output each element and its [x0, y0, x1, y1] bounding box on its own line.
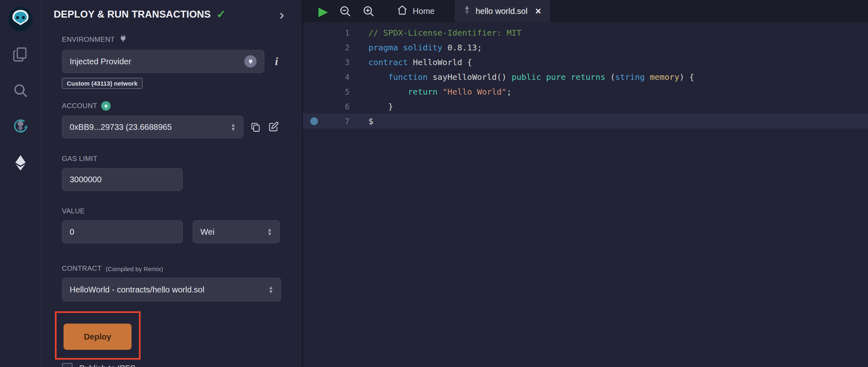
tab-file-label: hello world.sol [475, 7, 527, 16]
line-number: 1 [303, 28, 368, 37]
code-token: // SPDX-License-Identifier: MIT [368, 28, 521, 38]
code-row[interactable]: 7$ [303, 114, 868, 129]
value-label: VALUE [62, 207, 283, 215]
gutter[interactable]: 2 [303, 40, 368, 55]
code-line: contract HelloWorld { [368, 55, 472, 70]
value-label-text: VALUE [62, 207, 85, 215]
code-token: return [408, 87, 442, 97]
code-token: $ [368, 116, 373, 126]
gutter[interactable]: 6 [303, 99, 368, 114]
code-token: sayHelloWorld() [433, 72, 512, 82]
stepper-icon[interactable]: ▲ ▼ [231, 123, 236, 131]
contract-select[interactable]: HelloWorld - contracts/hello world.sol ▲… [62, 278, 281, 301]
code-token: ( [605, 72, 615, 82]
code-row[interactable]: 4 function sayHelloWorld() public pure r… [303, 70, 868, 84]
remix-logo[interactable] [7, 6, 34, 33]
line-number: 3 [303, 58, 368, 67]
provider-circle-icon [244, 55, 257, 68]
gutter[interactable]: 4 [303, 70, 368, 84]
value-row: 0 Wei ▲ ▼ [62, 220, 283, 243]
code-token [368, 72, 388, 82]
file-explorer-icon[interactable] [11, 45, 30, 64]
code-line: function sayHelloWorld() public pure ret… [368, 70, 694, 84]
plug-icon [119, 34, 127, 45]
code-lines: 1// SPDX-License-Identifier: MIT2pragma … [303, 25, 868, 129]
account-select[interactable]: 0xBB9...29733 (23.6688965 ▲ ▼ [62, 116, 243, 138]
code-row[interactable]: 2pragma solidity 0.8.13; [303, 40, 868, 55]
account-label-text: ACCOUNT [62, 102, 97, 110]
network-badge: Custom (43113) network [62, 78, 143, 89]
copy-account-button[interactable] [250, 122, 261, 133]
home-icon [397, 5, 408, 18]
code-row[interactable]: 1// SPDX-License-Identifier: MIT [303, 25, 868, 40]
publish-checkbox[interactable] [62, 363, 73, 367]
code-token: public pure returns [511, 72, 605, 82]
run-script-icon[interactable]: ▶ [313, 0, 334, 22]
chevron-right-icon[interactable]: › [279, 10, 284, 18]
code-line: // SPDX-License-Identifier: MIT [368, 25, 521, 40]
code-line: pragma solidity 0.8.13; [368, 40, 482, 55]
contract-value: HelloWorld - contracts/hello world.sol [70, 285, 265, 295]
code-line: return "Hello World"; [368, 84, 511, 99]
icon-rail [0, 0, 41, 367]
value-amount: 0 [70, 227, 74, 237]
deploy-button[interactable]: Deploy [64, 324, 132, 350]
publish-label: Publish to IPFS [79, 364, 136, 367]
stepper-icon[interactable]: ▲ ▼ [267, 228, 272, 236]
code-row[interactable]: 6 } [303, 99, 868, 114]
code-token: HelloWorld { [413, 57, 472, 67]
tab-home-label: Home [413, 7, 434, 16]
environment-row: Injected Provider i [62, 50, 283, 73]
tab-home[interactable]: Home [388, 0, 443, 22]
environment-label: ENVIRONMENT [62, 34, 283, 45]
line-number: 2 [303, 43, 368, 52]
environment-label-text: ENVIRONMENT [62, 36, 115, 44]
code-token: } [368, 102, 393, 111]
gutter[interactable]: 1 [303, 25, 368, 40]
contract-sublabel: (Compiled by Remix) [106, 265, 163, 272]
solidity-compiler-icon[interactable] [11, 117, 30, 136]
panel-title: DEPLOY & RUN TRANSACTIONS [54, 9, 211, 20]
value-unit-select[interactable]: Wei ▲ ▼ [193, 220, 280, 243]
account-value: 0xBB9...29733 (23.6688965 [70, 122, 227, 132]
panel-body: ENVIRONMENT Injected Provider [41, 34, 302, 367]
environment-select[interactable]: Injected Provider [62, 50, 264, 73]
account-label: ACCOUNT + [62, 101, 283, 111]
arrow-down-icon: ▼ [268, 290, 273, 294]
deploy-run-panel: DEPLOY & RUN TRANSACTIONS ✓ › ENVIRONMEN… [41, 0, 303, 367]
edit-account-button[interactable] [268, 121, 279, 133]
search-icon[interactable] [11, 81, 30, 100]
contract-label: CONTRACT (Compiled by Remix) [62, 265, 283, 273]
code-token: ) { [679, 72, 694, 82]
close-tab-icon[interactable]: ✕ [535, 7, 541, 16]
add-account-icon[interactable]: + [101, 101, 111, 111]
stepper-icon[interactable]: ▲ ▼ [268, 285, 273, 294]
code-editor[interactable]: 1// SPDX-License-Identifier: MIT2pragma … [303, 22, 868, 367]
contract-label-text: CONTRACT [62, 265, 102, 273]
zoom-in-icon[interactable] [357, 0, 380, 22]
gas-limit-input[interactable]: 3000000 [62, 168, 183, 191]
environment-value: Injected Provider [70, 57, 240, 66]
code-row[interactable]: 5 return "Hello World"; [303, 84, 868, 99]
line-number: 6 [303, 102, 368, 111]
gas-limit-label: GAS LIMIT [62, 155, 283, 163]
code-token: memory [650, 72, 679, 82]
gutter[interactable]: 3 [303, 55, 368, 70]
value-unit: Wei [200, 227, 264, 237]
code-row[interactable]: 3contract HelloWorld { [303, 55, 868, 70]
deploy-run-icon[interactable] [11, 153, 30, 172]
panel-header: DEPLOY & RUN TRANSACTIONS ✓ › [41, 7, 302, 22]
gutter[interactable]: 5 [303, 84, 368, 99]
line-number: 4 [303, 72, 368, 82]
gutter[interactable]: 7 [303, 114, 368, 129]
gas-limit-value: 3000000 [70, 175, 102, 184]
zoom-out-icon[interactable] [334, 0, 357, 22]
value-input[interactable]: 0 [62, 220, 183, 243]
code-token: pragma solidity [368, 43, 448, 52]
tab-hello-world-sol[interactable]: hello world.sol ✕ [454, 0, 551, 22]
annotation-rectangle: Deploy [55, 311, 141, 360]
code-line: } [368, 99, 393, 114]
code-token: function [388, 72, 432, 82]
editor-tab-bar: ▶ Home [303, 0, 868, 22]
info-icon[interactable]: i [275, 55, 278, 68]
